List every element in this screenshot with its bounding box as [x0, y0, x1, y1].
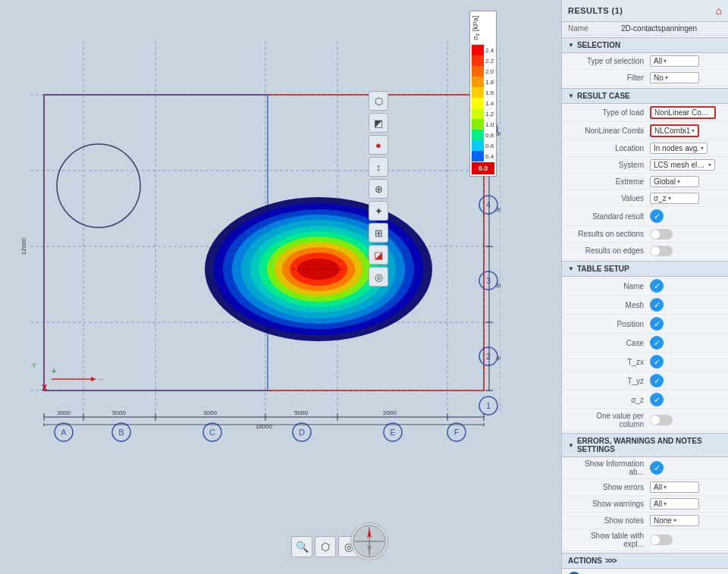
show-notes-row: Show notes None ▾ — [562, 513, 728, 529]
toolbar-btn-7[interactable]: ⊞ — [369, 223, 388, 243]
type-of-selection-label: Type of selection — [571, 57, 650, 65]
svg-text:5000: 5000 — [294, 409, 308, 416]
section-result-case: ▼ RESULT CASE — [562, 88, 728, 104]
toolbar-btn-6[interactable]: ✦ — [369, 201, 388, 221]
ts-tyz-toggle[interactable]: ✓ — [650, 374, 664, 387]
legend-title: σz [kPa] — [472, 13, 494, 43]
type-of-load-value: NonLinear Combinatio — [654, 108, 711, 117]
type-of-selection-row: Type of selection All ▾ — [562, 53, 728, 70]
svg-text:C: C — [209, 428, 215, 437]
ts-case-row: Case ✓ — [562, 334, 728, 353]
triangle-icon: ▼ — [568, 42, 574, 49]
toolbar-btn-8[interactable]: ◪ — [369, 245, 388, 265]
svg-text:1: 1 — [486, 401, 491, 410]
section-selection: ▼ SELECTION — [562, 37, 728, 53]
results-on-sections-row: Results on sections — [562, 226, 728, 243]
actions-arrows: >>> — [605, 557, 617, 565]
values-label: Values — [571, 194, 650, 202]
chevron-icon: ▾ — [668, 195, 671, 202]
panel-title: RESULTS (1) — [568, 6, 623, 15]
results-on-sections-label: Results on sections — [571, 230, 650, 238]
show-warnings-dropdown[interactable]: All ▾ — [650, 498, 699, 510]
chevron-icon: ▾ — [692, 127, 695, 134]
show-info-label: Show Information ab... — [571, 460, 650, 476]
ts-name-toggle[interactable]: ✓ — [650, 279, 664, 293]
show-errors-value: All — [654, 483, 662, 491]
ts-sigma-z-label: σ_z — [571, 396, 650, 404]
ts-position-row: Position ✓ — [562, 315, 728, 334]
ts-mesh-toggle[interactable]: ✓ — [650, 298, 664, 312]
show-table-expl-label: Show table with expl... — [571, 532, 650, 548]
name-label: Name — [568, 24, 621, 33]
svg-text:E: E — [390, 428, 395, 437]
show-errors-row: Show errors All ▾ — [562, 479, 728, 496]
standard-result-toggle[interactable]: ✓ — [650, 209, 664, 223]
result-case-title: RESULT CASE — [577, 92, 630, 100]
filter-dropdown[interactable]: No ▾ — [650, 72, 699, 83]
results-on-sections-toggle[interactable] — [650, 229, 673, 240]
show-table-expl-toggle[interactable] — [650, 535, 673, 545]
results-on-edges-row: Results on edges — [562, 243, 728, 259]
type-of-load-dropdown[interactable]: NonLinear Combinatio — [650, 106, 716, 119]
section-actions: ACTIONS >>> — [562, 553, 728, 569]
actions-title: ACTIONS — [568, 557, 602, 565]
triangle-icon: ▼ — [568, 93, 574, 99]
ts-tzx-label: T_zx — [571, 358, 650, 366]
svg-text:→: → — [97, 375, 104, 383]
show-info-toggle[interactable]: ✓ — [650, 461, 664, 475]
name-row: Name 2D-contactspanningen — [562, 22, 728, 36]
ts-position-toggle[interactable]: ✓ — [650, 317, 664, 331]
values-value: σ_z — [654, 194, 667, 202]
chevron-icon: ▾ — [664, 484, 667, 491]
nonlinear-combi-dropdown[interactable]: NLCombi1 ▾ — [650, 124, 699, 137]
toolbar-btn-3[interactable]: ● — [369, 135, 388, 155]
results-on-edges-label: Results on edges — [571, 246, 650, 255]
show-warnings-label: Show warnings — [571, 500, 650, 508]
values-dropdown[interactable]: σ_z ▾ — [650, 193, 699, 204]
chevron-icon: ▾ — [664, 58, 667, 64]
show-info-row: Show Information ab... ✓ — [562, 457, 728, 479]
chevron-icon: ▾ — [665, 74, 668, 81]
compass — [350, 522, 388, 560]
extreme-dropdown[interactable]: Global ▾ — [650, 176, 699, 187]
ts-tzx-toggle[interactable]: ✓ — [650, 355, 664, 369]
toolbar-btn-4[interactable]: ↕ — [369, 157, 388, 177]
svg-text:2: 2 — [486, 352, 491, 361]
toolbar-btn-1[interactable]: ⬡ — [369, 91, 388, 111]
svg-text:F: F — [454, 428, 460, 437]
location-row: Location In nodes avg. ▾ — [562, 140, 728, 157]
show-notes-label: Show notes — [571, 516, 650, 525]
location-value: In nodes avg. — [654, 144, 699, 152]
ts-sigma-z-toggle[interactable]: ✓ — [650, 393, 664, 406]
svg-text:18000: 18000 — [256, 423, 273, 430]
table-setup-title: TABLE SETUP — [577, 265, 629, 273]
zoom-button[interactable]: 🔍 — [291, 536, 312, 557]
triangle-icon: ▼ — [568, 442, 574, 449]
action-refresh[interactable]: ▶ Refresh — [562, 569, 728, 574]
section-table-setup: ▼ TABLE SETUP — [562, 261, 728, 277]
cube-button[interactable]: ⬡ — [315, 536, 336, 557]
results-on-edges-toggle[interactable] — [650, 246, 673, 256]
system-row: System LCS mesh element ▾ — [562, 157, 728, 174]
legend-bar: 2.4 2.2 2.0 1.8 1.6 1.4 1.2 1.0 0.8 0.6 … — [472, 45, 494, 162]
location-dropdown[interactable]: In nodes avg. ▾ — [650, 143, 708, 154]
canvas-area: 5 4 3 2 1 A B C D E F 3000 — [0, 0, 561, 574]
show-notes-dropdown[interactable]: None ▾ — [650, 515, 699, 526]
ts-case-toggle[interactable]: ✓ — [650, 336, 664, 350]
ts-position-label: Position — [571, 320, 650, 328]
ts-one-value-toggle[interactable] — [650, 415, 673, 425]
chevron-icon: ▾ — [673, 517, 676, 524]
toolbar-btn-5[interactable]: ⊕ — [369, 179, 388, 199]
ts-name-label: Name — [571, 282, 650, 290]
toolbar-btn-9[interactable]: ◎ — [369, 267, 388, 287]
type-of-selection-value: All — [654, 57, 662, 65]
home-icon[interactable]: ⌂ — [716, 5, 722, 17]
type-of-selection-dropdown[interactable]: All ▾ — [650, 55, 699, 67]
toolbar-btn-2[interactable]: ◩ — [369, 113, 388, 133]
color-legend: σz [kPa] 2.4 2.2 2.0 1.8 1.6 1.4 1.2 1.0… — [469, 11, 497, 177]
filter-value: No — [654, 74, 664, 82]
show-errors-dropdown[interactable]: All ▾ — [650, 481, 699, 493]
system-dropdown[interactable]: LCS mesh element ▾ — [650, 159, 715, 171]
show-warnings-row: Show warnings All ▾ — [562, 496, 728, 513]
errors-title: ERRORS, WARNINGS AND NOTES SETTINGS — [577, 437, 722, 453]
